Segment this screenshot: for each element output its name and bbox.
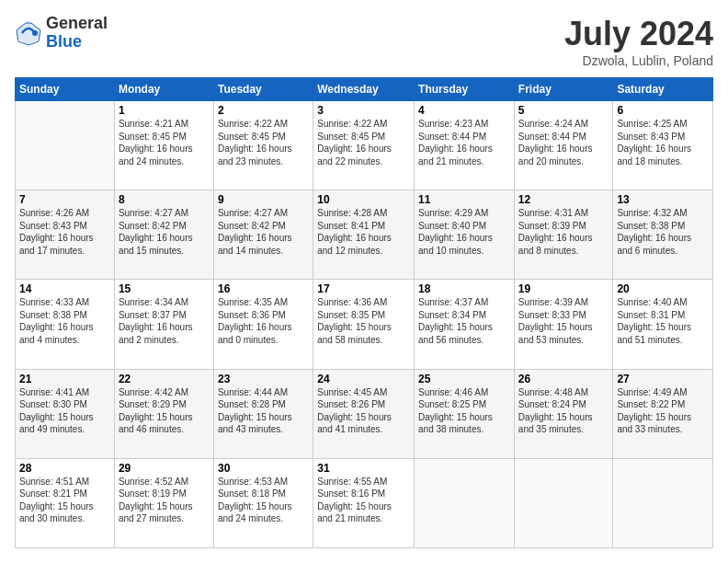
day-info: Sunrise: 4:45 AM Sunset: 8:26 PM Dayligh… xyxy=(317,386,410,436)
day-info: Sunrise: 4:49 AM Sunset: 8:22 PM Dayligh… xyxy=(617,386,709,436)
table-row: 16Sunrise: 4:35 AM Sunset: 8:36 PM Dayli… xyxy=(213,280,313,369)
day-number: 8 xyxy=(119,193,210,206)
header-saturday: Saturday xyxy=(613,78,713,101)
table-row: 27Sunrise: 4:49 AM Sunset: 8:22 PM Dayli… xyxy=(613,369,713,458)
header-wednesday: Wednesday xyxy=(313,78,415,101)
day-info: Sunrise: 4:53 AM Sunset: 8:18 PM Dayligh… xyxy=(218,476,309,525)
title-block: July 2024 Dzwola, Lublin, Poland xyxy=(564,15,713,68)
day-info: Sunrise: 4:37 AM Sunset: 8:34 PM Dayligh… xyxy=(418,296,510,346)
day-info: Sunrise: 4:40 AM Sunset: 8:31 PM Dayligh… xyxy=(617,296,709,346)
logo-text: General Blue xyxy=(46,15,108,52)
day-number: 19 xyxy=(518,282,609,295)
day-number: 21 xyxy=(19,373,110,385)
day-info: Sunrise: 4:27 AM Sunset: 8:42 PM Dayligh… xyxy=(119,207,210,257)
header-friday: Friday xyxy=(514,78,613,101)
location: Dzwola, Lublin, Poland xyxy=(564,53,713,68)
table-row: 2Sunrise: 4:22 AM Sunset: 8:45 PM Daylig… xyxy=(213,101,313,190)
day-number: 2 xyxy=(218,104,309,117)
day-number: 14 xyxy=(19,282,110,295)
logo: General Blue xyxy=(15,15,108,52)
logo-general: General xyxy=(46,15,108,33)
table-row xyxy=(16,101,115,190)
table-row: 26Sunrise: 4:48 AM Sunset: 8:24 PM Dayli… xyxy=(514,369,613,458)
table-row: 4Sunrise: 4:23 AM Sunset: 8:44 PM Daylig… xyxy=(415,101,515,190)
header: General Blue July 2024 Dzwola, Lublin, P… xyxy=(15,15,713,68)
table-row: 9Sunrise: 4:27 AM Sunset: 8:42 PM Daylig… xyxy=(213,190,313,280)
day-number: 22 xyxy=(119,373,210,385)
table-row: 11Sunrise: 4:29 AM Sunset: 8:40 PM Dayli… xyxy=(415,190,515,280)
month-title: July 2024 xyxy=(564,15,713,53)
day-number: 17 xyxy=(317,282,410,295)
table-row: 20Sunrise: 4:40 AM Sunset: 8:31 PM Dayli… xyxy=(613,280,713,369)
table-row xyxy=(415,458,515,547)
day-info: Sunrise: 4:41 AM Sunset: 8:30 PM Dayligh… xyxy=(19,386,110,436)
day-info: Sunrise: 4:51 AM Sunset: 8:21 PM Dayligh… xyxy=(19,476,110,525)
table-row: 13Sunrise: 4:32 AM Sunset: 8:38 PM Dayli… xyxy=(613,190,713,280)
calendar: Sunday Monday Tuesday Wednesday Thursday… xyxy=(15,77,713,548)
day-info: Sunrise: 4:33 AM Sunset: 8:38 PM Dayligh… xyxy=(19,296,110,346)
table-row: 24Sunrise: 4:45 AM Sunset: 8:26 PM Dayli… xyxy=(313,369,415,458)
table-row: 29Sunrise: 4:52 AM Sunset: 8:19 PM Dayli… xyxy=(114,458,213,547)
day-number: 25 xyxy=(418,373,510,385)
day-info: Sunrise: 4:55 AM Sunset: 8:16 PM Dayligh… xyxy=(317,476,410,525)
day-number: 30 xyxy=(218,462,309,475)
day-number: 31 xyxy=(317,462,410,475)
day-number: 11 xyxy=(418,193,510,206)
day-info: Sunrise: 4:29 AM Sunset: 8:40 PM Dayligh… xyxy=(418,207,510,257)
day-number: 29 xyxy=(119,462,210,475)
calendar-week-row: 7Sunrise: 4:26 AM Sunset: 8:43 PM Daylig… xyxy=(16,190,713,280)
table-row: 12Sunrise: 4:31 AM Sunset: 8:39 PM Dayli… xyxy=(514,190,613,280)
table-row: 5Sunrise: 4:24 AM Sunset: 8:44 PM Daylig… xyxy=(514,101,613,190)
table-row xyxy=(613,458,713,547)
table-row: 6Sunrise: 4:25 AM Sunset: 8:43 PM Daylig… xyxy=(613,101,713,190)
day-number: 24 xyxy=(317,373,410,385)
day-info: Sunrise: 4:26 AM Sunset: 8:43 PM Dayligh… xyxy=(19,207,110,257)
page: General Blue July 2024 Dzwola, Lublin, P… xyxy=(0,0,728,563)
day-info: Sunrise: 4:42 AM Sunset: 8:29 PM Dayligh… xyxy=(119,386,210,436)
day-number: 9 xyxy=(218,193,309,206)
header-sunday: Sunday xyxy=(16,78,115,101)
header-tuesday: Tuesday xyxy=(213,78,313,101)
calendar-week-row: 21Sunrise: 4:41 AM Sunset: 8:30 PM Dayli… xyxy=(16,369,713,458)
table-row: 28Sunrise: 4:51 AM Sunset: 8:21 PM Dayli… xyxy=(16,458,115,547)
day-info: Sunrise: 4:39 AM Sunset: 8:33 PM Dayligh… xyxy=(518,296,609,346)
table-row: 7Sunrise: 4:26 AM Sunset: 8:43 PM Daylig… xyxy=(16,190,115,280)
day-number: 10 xyxy=(317,193,410,206)
day-number: 26 xyxy=(518,373,609,385)
day-number: 27 xyxy=(617,373,709,385)
table-row: 19Sunrise: 4:39 AM Sunset: 8:33 PM Dayli… xyxy=(514,280,613,369)
table-row: 14Sunrise: 4:33 AM Sunset: 8:38 PM Dayli… xyxy=(16,280,115,369)
header-monday: Monday xyxy=(114,78,213,101)
day-info: Sunrise: 4:46 AM Sunset: 8:25 PM Dayligh… xyxy=(418,386,510,436)
table-row: 1Sunrise: 4:21 AM Sunset: 8:45 PM Daylig… xyxy=(114,101,213,190)
day-number: 20 xyxy=(617,282,709,295)
table-row: 8Sunrise: 4:27 AM Sunset: 8:42 PM Daylig… xyxy=(114,190,213,280)
table-row: 31Sunrise: 4:55 AM Sunset: 8:16 PM Dayli… xyxy=(313,458,415,547)
day-info: Sunrise: 4:36 AM Sunset: 8:35 PM Dayligh… xyxy=(317,296,410,346)
day-info: Sunrise: 4:23 AM Sunset: 8:44 PM Dayligh… xyxy=(418,118,510,167)
table-row: 23Sunrise: 4:44 AM Sunset: 8:28 PM Dayli… xyxy=(213,369,313,458)
day-info: Sunrise: 4:25 AM Sunset: 8:43 PM Dayligh… xyxy=(617,118,709,167)
day-number: 1 xyxy=(119,104,210,117)
day-info: Sunrise: 4:34 AM Sunset: 8:37 PM Dayligh… xyxy=(119,296,210,346)
day-number: 13 xyxy=(617,193,709,206)
day-number: 4 xyxy=(418,104,510,117)
logo-blue: Blue xyxy=(46,33,108,52)
day-info: Sunrise: 4:24 AM Sunset: 8:44 PM Dayligh… xyxy=(518,118,609,167)
day-number: 7 xyxy=(19,193,110,206)
day-info: Sunrise: 4:27 AM Sunset: 8:42 PM Dayligh… xyxy=(218,207,309,257)
day-number: 3 xyxy=(317,104,410,117)
table-row: 21Sunrise: 4:41 AM Sunset: 8:30 PM Dayli… xyxy=(16,369,115,458)
day-info: Sunrise: 4:28 AM Sunset: 8:41 PM Dayligh… xyxy=(317,207,410,257)
day-number: 23 xyxy=(218,373,309,385)
day-number: 28 xyxy=(19,462,110,475)
svg-point-2 xyxy=(32,30,38,36)
table-row: 15Sunrise: 4:34 AM Sunset: 8:37 PM Dayli… xyxy=(114,280,213,369)
day-info: Sunrise: 4:22 AM Sunset: 8:45 PM Dayligh… xyxy=(317,118,410,167)
day-number: 18 xyxy=(418,282,510,295)
table-row: 18Sunrise: 4:37 AM Sunset: 8:34 PM Dayli… xyxy=(415,280,515,369)
table-row: 25Sunrise: 4:46 AM Sunset: 8:25 PM Dayli… xyxy=(415,369,515,458)
calendar-header-row: Sunday Monday Tuesday Wednesday Thursday… xyxy=(16,78,713,101)
day-number: 6 xyxy=(617,104,709,117)
table-row: 30Sunrise: 4:53 AM Sunset: 8:18 PM Dayli… xyxy=(213,458,313,547)
